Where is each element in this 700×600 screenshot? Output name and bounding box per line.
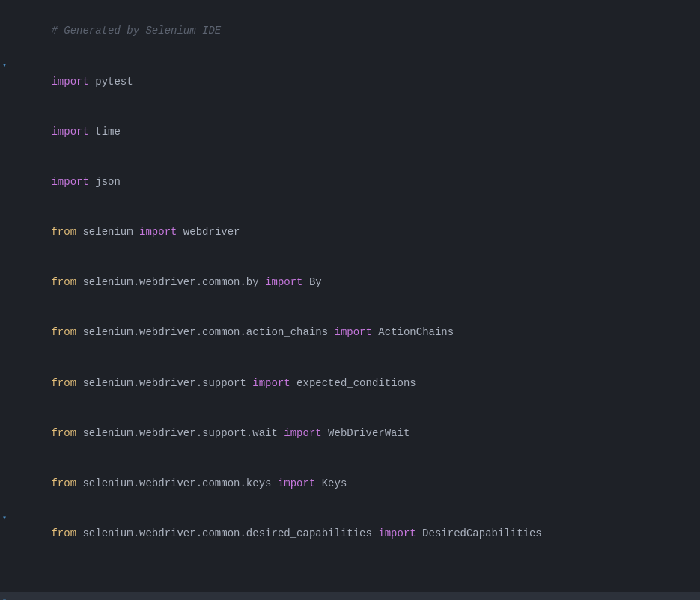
- code-line-11: ▾ from selenium.webdriver.common.desired…: [0, 509, 700, 559]
- code-text: Keys: [315, 477, 347, 489]
- line-content-6: from selenium.webdriver.common.by import…: [10, 257, 700, 307]
- code-line-empty-1: [0, 559, 700, 575]
- keyword-import: import: [278, 477, 315, 489]
- code-text: By: [303, 276, 322, 288]
- line-content-3: import time: [10, 106, 700, 156]
- code-line-5: from selenium import webdriver: [0, 207, 700, 257]
- module-name: json: [89, 176, 121, 188]
- keyword-import: import: [335, 326, 372, 338]
- line-content-11: from selenium.webdriver.common.desired_c…: [10, 509, 700, 559]
- fold-arrow-class[interactable]: ▾: [2, 596, 7, 600]
- gutter-11: ▾: [0, 512, 10, 524]
- keyword-from: from: [51, 226, 76, 238]
- module-name: time: [89, 126, 121, 138]
- keyword-from: from: [51, 377, 76, 389]
- keyword-import: import: [252, 377, 290, 389]
- code-line-4: import json: [0, 157, 700, 207]
- keyword-import: import: [51, 76, 88, 88]
- code-line-8: from selenium.webdriver.support import e…: [0, 358, 700, 408]
- keyword-from: from: [51, 276, 76, 288]
- code-text: selenium.webdriver.common.by: [76, 276, 265, 288]
- fold-arrow-11[interactable]: ▾: [2, 512, 7, 524]
- code-text: selenium.webdriver.common.desired_capabi…: [76, 527, 378, 539]
- line-content-1: # Generated by Selenium IDE: [10, 6, 700, 56]
- code-text: selenium: [76, 226, 139, 238]
- code-line-2: ▾ import pytest: [0, 56, 700, 106]
- code-line-1: # Generated by Selenium IDE: [0, 6, 700, 56]
- code-text: ActionChains: [372, 326, 454, 338]
- line-content-2: import pytest: [10, 56, 700, 106]
- gutter-2: ▾: [0, 60, 10, 72]
- code-line-9: from selenium.webdriver.support.wait imp…: [0, 408, 700, 458]
- code-text: selenium.webdriver.common.keys: [76, 477, 278, 489]
- code-line-class: ▾ class Test():: [0, 592, 700, 600]
- comment-text: # Generated by Selenium IDE: [51, 25, 221, 37]
- line-content-10: from selenium.webdriver.common.keys impo…: [10, 459, 700, 509]
- line-content-class: class Test():: [10, 592, 700, 600]
- code-line-empty-2: [0, 575, 700, 592]
- code-text: DesiredCapabilities: [416, 527, 542, 539]
- code-line-3: import time: [0, 106, 700, 156]
- code-text: WebDriverWait: [322, 427, 410, 439]
- keyword-from: from: [51, 477, 76, 489]
- code-text: webdriver: [177, 226, 240, 238]
- code-line-7: from selenium.webdriver.common.action_ch…: [0, 307, 700, 358]
- keyword-import: import: [51, 126, 88, 138]
- fold-arrow-2[interactable]: ▾: [2, 60, 7, 72]
- line-content-empty: [10, 575, 700, 592]
- keyword-from: from: [51, 527, 76, 539]
- gutter-class: ▾: [0, 596, 10, 600]
- line-content-7: from selenium.webdriver.common.action_ch…: [10, 307, 700, 358]
- keyword-import: import: [265, 276, 302, 288]
- keyword-import: import: [139, 226, 177, 238]
- line-content-8: from selenium.webdriver.support import e…: [10, 358, 700, 408]
- code-text: selenium.webdriver.support: [76, 377, 252, 389]
- keyword-from: from: [51, 427, 76, 439]
- code-text: selenium.webdriver.common.action_chains: [76, 326, 334, 338]
- code-line-6: from selenium.webdriver.common.by import…: [0, 257, 700, 307]
- keyword-import: import: [284, 427, 321, 439]
- code-editor: # Generated by Selenium IDE ▾ import pyt…: [0, 0, 700, 600]
- line-content-4: import json: [10, 157, 700, 207]
- keyword-import: import: [51, 176, 88, 188]
- line-content-empty: [10, 559, 700, 575]
- line-content-9: from selenium.webdriver.support.wait imp…: [10, 408, 700, 458]
- code-line-10: from selenium.webdriver.common.keys impo…: [0, 459, 700, 509]
- code-text: expected_conditions: [290, 377, 416, 389]
- code-text: selenium.webdriver.support.wait: [76, 427, 284, 439]
- keyword-import: import: [378, 527, 416, 539]
- line-content-5: from selenium import webdriver: [10, 207, 700, 257]
- module-name: pytest: [89, 76, 133, 88]
- keyword-from: from: [51, 326, 76, 338]
